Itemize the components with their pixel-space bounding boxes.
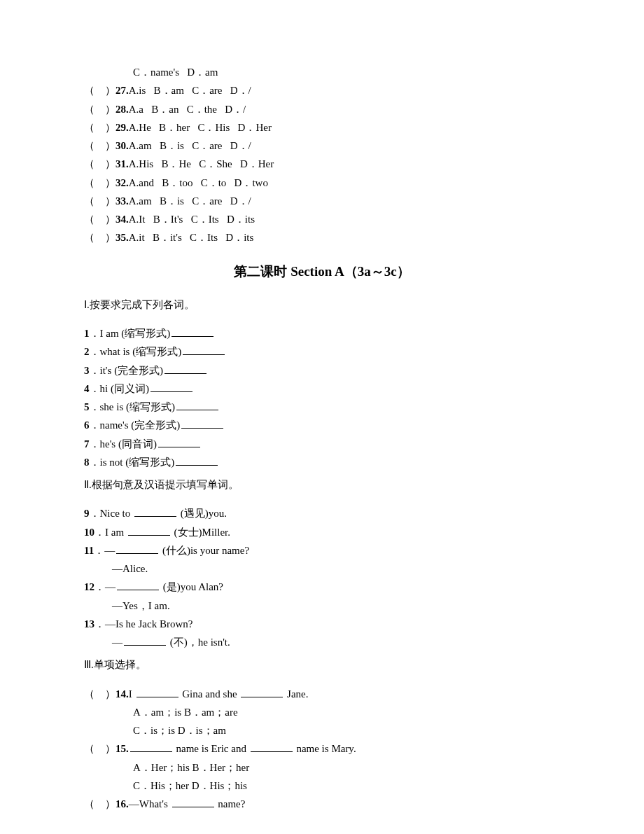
section-1-head: Ⅰ.按要求完成下列各词。 (84, 296, 560, 314)
q7-num: 7 (84, 438, 90, 450)
q6-text: ．name's (完全形式) (90, 419, 181, 431)
mc-row-27: （ ）27.A.is B．am C．are D．/ (84, 81, 560, 99)
q11-pre: ．— (94, 545, 115, 556)
q14-opts-a: A．am；is B．am；are (133, 703, 560, 721)
mc-row-34: （ ）34.A.It B．It's C．Its D．its (84, 210, 560, 228)
mc-num-34: 34. (115, 214, 129, 225)
q11: 11．— (什么)is your name? (84, 541, 560, 560)
q11-answer: —Alice. (112, 560, 560, 578)
q16-blank[interactable] (172, 798, 214, 808)
mc-num-27: 27. (115, 85, 129, 96)
q3-text: ．it's (完全形式) (90, 365, 164, 376)
q4: 4．hi (同义词) (84, 380, 560, 398)
q2-blank[interactable] (183, 345, 225, 356)
q13-pre: ．—Is he Jack Brown? (94, 618, 192, 630)
q12-num: 12 (84, 581, 94, 592)
q14-opts-b: C．is；is D．is；am (133, 721, 560, 739)
mc-num-30: 30. (115, 140, 129, 151)
mc-opts-29: A.He B．her C．His D．Her (129, 122, 272, 133)
q13: 13．—Is he Jack Brown? (84, 615, 560, 633)
mc-num-32: 32. (115, 177, 129, 188)
mc-num-29: 29. (115, 122, 129, 133)
q8: 8．is not (缩写形式) (84, 453, 560, 471)
q9-pre: ．Nice to (90, 508, 133, 519)
mc-opts-27: A.is B．am C．are D．/ (129, 85, 251, 96)
q14-stem-mid: Gina and she (180, 688, 240, 700)
q4-blank[interactable] (150, 382, 192, 392)
q6: 6．name's (完全形式) (84, 416, 560, 434)
mc-26-continued-opts: C．name's D．am (133, 63, 560, 81)
q15-blank1[interactable] (130, 742, 172, 753)
mc-opts-31: A.His B．He C．She D．Her (129, 158, 274, 169)
mc-row-35: （ ）35.A.it B．it's C．Its D．its (84, 228, 560, 246)
q11-blank[interactable] (116, 543, 158, 554)
q1-text: ．I am (缩写形式) (90, 328, 171, 339)
q15-num: 15. (115, 743, 129, 754)
q15-stem-post: name is Mary. (294, 743, 356, 754)
q6-blank[interactable] (181, 419, 223, 429)
q2-num: 2 (84, 346, 90, 357)
q13-blank[interactable] (124, 636, 166, 646)
mc-opts-35: A.it B．it's C．Its D．its (129, 232, 254, 243)
q15-opts-a: A．Her；his B．Her；her (133, 758, 560, 777)
q14-stem-pre: I (129, 688, 135, 700)
q13-sub-post: (不)，he isn't. (167, 637, 230, 648)
q10-post: (女士)Miller. (172, 527, 230, 538)
mc-row-28: （ ）28.A.a B．an C．the D．/ (84, 100, 560, 118)
q2: 2．what is (缩写形式) (84, 342, 560, 361)
q3-num: 3 (84, 365, 90, 376)
mc-row-29: （ ）29.A.He B．her C．His D．Her (84, 118, 560, 137)
q5: 5．she is (缩写形式) (84, 398, 560, 416)
q14-blank1[interactable] (136, 687, 178, 697)
q1-blank[interactable] (172, 327, 214, 338)
q12-post: (是)you Alan? (160, 581, 223, 592)
q5-blank[interactable] (176, 401, 218, 411)
q9-num: 9 (84, 508, 90, 519)
q10-blank[interactable] (128, 525, 170, 536)
mc-num-35: 35. (115, 232, 129, 243)
mc-row-33: （ ）33.A.am B．is C．are D．/ (84, 192, 560, 210)
q14-num: 14. (115, 688, 129, 700)
mc-opts-28: A.a B．an C．the D．/ (129, 104, 246, 115)
q4-text: ．hi (同义词) (90, 383, 149, 394)
q8-blank[interactable] (176, 455, 218, 466)
q14: （ ）14.I Gina and she Jane. (84, 685, 560, 703)
q13-sub: — (不)，he isn't. (112, 633, 560, 651)
mc-num-28: 28. (115, 104, 129, 115)
q4-num: 4 (84, 383, 90, 394)
q15-blank2[interactable] (251, 742, 293, 753)
q15: （ ）15. name is Eric and name is Mary. (84, 739, 560, 758)
q3: 3．it's (完全形式) (84, 361, 560, 380)
mc-opts-34: A.It B．It's C．Its D．its (129, 214, 255, 225)
q9: 9．Nice to (遇见)you. (84, 504, 560, 522)
q15-stem-mid: name is Eric and (174, 743, 249, 754)
q8-text: ．is not (缩写形式) (90, 457, 175, 468)
q12-pre: ．— (94, 581, 115, 592)
q3-blank[interactable] (164, 363, 206, 374)
q8-num: 8 (84, 457, 90, 468)
section-title: 第二课时 Section A（3a～3c） (84, 260, 560, 283)
q10-num: 10 (84, 527, 94, 538)
mc-row-31: （ ）31.A.His B．He C．She D．Her (84, 155, 560, 173)
q5-text: ．she is (缩写形式) (90, 401, 176, 412)
q9-post: (遇见)you. (178, 508, 227, 519)
mc-opts-32: A.and B．too C．to D．two (129, 177, 268, 188)
section-3-head: Ⅲ.单项选择。 (84, 655, 560, 674)
q14-stem-post: Jane. (284, 688, 308, 700)
mc-num-33: 33. (115, 195, 129, 207)
q12-blank[interactable] (117, 581, 159, 591)
mc-row-30: （ ）30.A.am B．is C．are D．/ (84, 137, 560, 155)
q5-num: 5 (84, 401, 90, 412)
q14-blank2[interactable] (241, 687, 283, 697)
q11-num: 11 (84, 545, 94, 556)
q7: 7．he's (同音词) (84, 435, 560, 453)
q10: 10．I am (女士)Miller. (84, 523, 560, 541)
q1-num: 1 (84, 328, 90, 339)
q9-blank[interactable] (134, 507, 176, 517)
q10-pre: ．I am (94, 527, 127, 538)
q1: 1．I am (缩写形式) (84, 324, 560, 342)
q7-blank[interactable] (158, 437, 200, 447)
q13-sub-pre: — (112, 637, 122, 648)
mc-num-31: 31. (115, 158, 129, 169)
mc-row-32: （ ）32.A.and B．too C．to D．two (84, 174, 560, 192)
